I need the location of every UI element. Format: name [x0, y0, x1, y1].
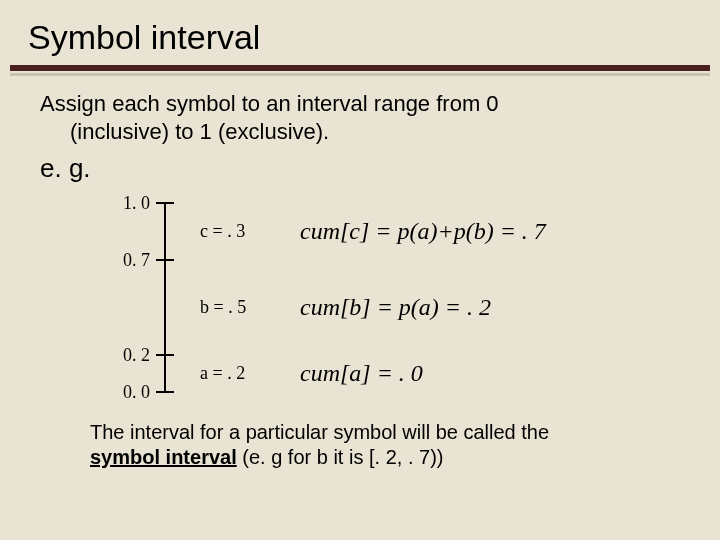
tick-label-0-7: 0. 7: [110, 250, 150, 271]
footnote-post: (e. g for b it is [. 2, . 7)): [237, 446, 444, 468]
example-label: e. g.: [40, 153, 680, 184]
lead-line-2: (inclusive) to 1 (exclusive).: [40, 118, 680, 146]
axis-line: [164, 202, 166, 392]
cum-formula-c: cum[c] = p(a)+p(b) = . 7: [300, 218, 546, 245]
cum-formula-b: cum[b] = p(a) = . 2: [300, 294, 491, 321]
footnote-term: symbol interval: [90, 446, 237, 468]
cum-formula-a: cum[a] = . 0: [300, 360, 423, 387]
slide-body: Assign each symbol to an interval range …: [0, 76, 720, 470]
tick-0-2: [156, 354, 174, 356]
slide: Symbol interval Assign each symbol to an…: [0, 0, 720, 540]
tick-1-0: [156, 202, 174, 204]
tick-0-0: [156, 391, 174, 393]
title-rule-dark: [10, 65, 710, 71]
slide-title: Symbol interval: [0, 0, 720, 65]
tick-label-1-0: 1. 0: [110, 193, 150, 214]
segment-label-a: a = . 2: [200, 363, 245, 384]
tick-label-0-2: 0. 2: [110, 345, 150, 366]
footnote: The interval for a particular symbol wil…: [40, 420, 680, 470]
segment-label-b: b = . 5: [200, 297, 246, 318]
segment-label-c: c = . 3: [200, 221, 245, 242]
tick-0-7: [156, 259, 174, 261]
lead-line-1: Assign each symbol to an interval range …: [40, 91, 499, 116]
interval-diagram: 1. 0 0. 7 0. 2 0. 0 c = . 3 b = . 5 a = …: [110, 194, 680, 414]
tick-label-0-0: 0. 0: [110, 382, 150, 403]
lead-text: Assign each symbol to an interval range …: [40, 90, 680, 145]
footnote-pre: The interval for a particular symbol wil…: [90, 421, 549, 443]
